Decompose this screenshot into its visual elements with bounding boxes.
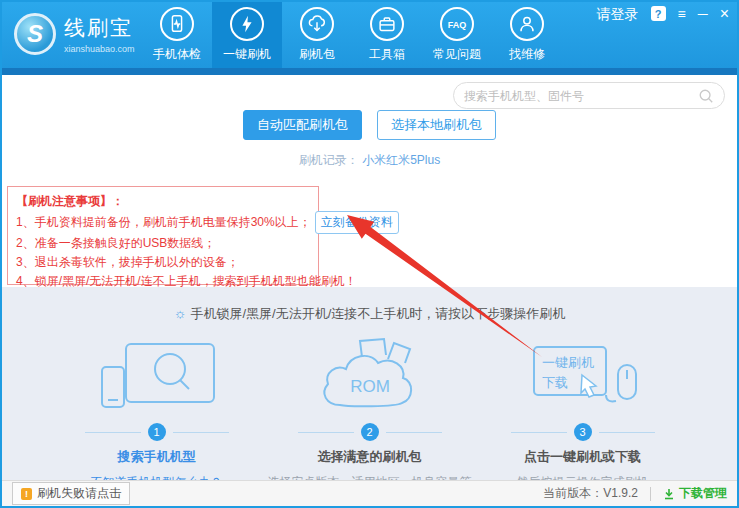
nav-label: 常见问题 [433,46,481,63]
status-bar-right: 当前版本：V1.9.2 下载管理 [543,485,727,502]
step-click-flash: 一键刷机 下载 3 点击一键刷机或下载 然后按提示操作完成刷机 [476,337,689,482]
main-content: 自动匹配刷机包 选择本地刷机包 刷机记录： 小米红米5Plus 【刷机注意事项】… [2,75,737,287]
notice-line-1-text: 1、手机资料提前备份，刷机前手机电量保持30%以上； [16,215,311,229]
flash-failed-button[interactable]: ! 刷机失败请点击 [12,482,130,505]
download-manager-label: 下载管理 [679,485,727,502]
steps-row: 1 搜索手机机型 不知道手机机型怎么办？ ROM 2 [2,337,737,482]
guide-title-text: 手机锁屏/黑屏/无法开机/连接不上手机时，请按以下步骤操作刷机 [191,306,566,321]
login-link[interactable]: 请登录 [597,7,639,21]
search-box [453,82,725,109]
lightning-icon [230,7,264,41]
app-title: 线刷宝 [64,14,135,42]
nav-label: 一键刷机 [223,46,271,63]
header: S 线刷宝 xianshuabao.com 手机体检 [2,2,737,68]
nav-item-faq[interactable]: FAQ 常见问题 [422,2,492,68]
guide-section: ☼手机锁屏/黑屏/无法开机/连接不上手机时，请按以下步骤操作刷机 1 [2,287,737,482]
step-number-row: 2 [298,423,442,441]
nav-label: 刷机包 [299,46,335,63]
main-nav: 手机体检 一键刷机 刷机包 [142,2,562,68]
logo-icon: S [14,13,56,55]
notice-line-1: 1、手机资料提前备份，刷机前手机电量保持30%以上；立刻备份资料 [16,211,310,234]
nav-item-phone-check[interactable]: 手机体检 [142,2,212,68]
svg-text:FAQ: FAQ [448,20,467,30]
svg-text:一键刷机: 一键刷机 [542,355,594,370]
svg-text:下载: 下载 [542,375,568,390]
notice-line-3: 3、退出杀毒软件，拔掉手机以外的设备； [16,253,310,272]
search-model-icon [92,337,222,415]
step2-title: 选择满意的刷机包 [318,448,422,466]
nav-item-one-key-flash[interactable]: 一键刷机 [212,2,282,68]
step-search-model: 1 搜索手机机型 不知道手机机型怎么办？ [50,337,263,482]
nav-label: 手机体检 [153,46,201,63]
window-controls: 请登录 ? ≡ ─ × [597,6,729,21]
nav-item-toolbox[interactable]: 工具箱 [352,2,422,68]
header-divider [2,68,737,75]
flash-notice-box: 【刷机注意事项】： 1、手机资料提前备份，刷机前手机电量保持30%以上；立刻备份… [7,186,319,285]
record-label: 刷机记录： [299,153,359,167]
nav-item-repair[interactable]: 找维修 [492,2,562,68]
phone-check-icon [160,7,194,41]
app-window: S 线刷宝 xianshuabao.com 手机体检 [0,0,739,508]
step-choose-rom: ROM 2 选择满意的刷机包 选择安卓版本，适用地区，机身容量等 [263,337,476,482]
action-buttons: 自动匹配刷机包 选择本地刷机包 [2,110,737,140]
step-number-row: 3 [511,423,655,441]
menu-icon[interactable]: ≡ [678,7,686,21]
notice-title: 【刷机注意事项】： [16,192,310,211]
divider [650,487,651,501]
download-manager-link[interactable]: 下载管理 [663,485,727,502]
status-bar: ! 刷机失败请点击 当前版本：V1.9.2 下载管理 [2,480,737,506]
rom-cloud-icon: ROM [310,337,430,415]
one-key-flash-download-icon: 一键刷机 下载 [520,337,646,415]
nav-label: 工具箱 [369,46,405,63]
step-number-badge: 3 [574,423,592,441]
local-package-button[interactable]: 选择本地刷机包 [377,110,496,140]
faq-icon: FAQ [440,7,474,41]
auto-match-button[interactable]: 自动匹配刷机包 [243,110,362,140]
guide-title: ☼手机锁屏/黑屏/无法开机/连接不上手机时，请按以下步骤操作刷机 [2,305,737,323]
download-icon [663,488,675,500]
step-number-badge: 1 [148,423,166,441]
step-number-badge: 2 [361,423,379,441]
app-logo: S 线刷宝 xianshuabao.com [14,13,135,55]
step3-title: 点击一键刷机或下载 [524,448,641,466]
flash-failed-label: 刷机失败请点击 [37,485,121,502]
svg-text:ROM: ROM [350,377,390,396]
search-input[interactable] [464,89,692,103]
step1-title[interactable]: 搜索手机机型 [118,448,196,466]
warning-icon: ! [21,488,32,500]
search-icon[interactable] [698,88,714,104]
backup-now-button[interactable]: 立刻备份资料 [315,211,399,234]
flash-record: 刷机记录： 小米红米5Plus [2,152,737,169]
briefcase-icon [370,7,404,41]
version-label: 当前版本：V1.9.2 [543,485,638,502]
notice-line-2: 2、准备一条接触良好的USB数据线； [16,234,310,253]
repair-person-icon [510,7,544,41]
sun-icon: ☼ [174,305,187,321]
nav-label: 找维修 [509,46,545,63]
close-icon[interactable]: × [720,7,729,21]
app-domain: xianshuabao.com [64,44,135,54]
help-icon[interactable]: ? [651,6,666,21]
minimize-icon[interactable]: ─ [698,7,708,21]
step-number-row: 1 [85,423,229,441]
cloud-download-icon [300,7,334,41]
nav-item-rom-package[interactable]: 刷机包 [282,2,352,68]
record-device-link[interactable]: 小米红米5Plus [362,153,440,167]
